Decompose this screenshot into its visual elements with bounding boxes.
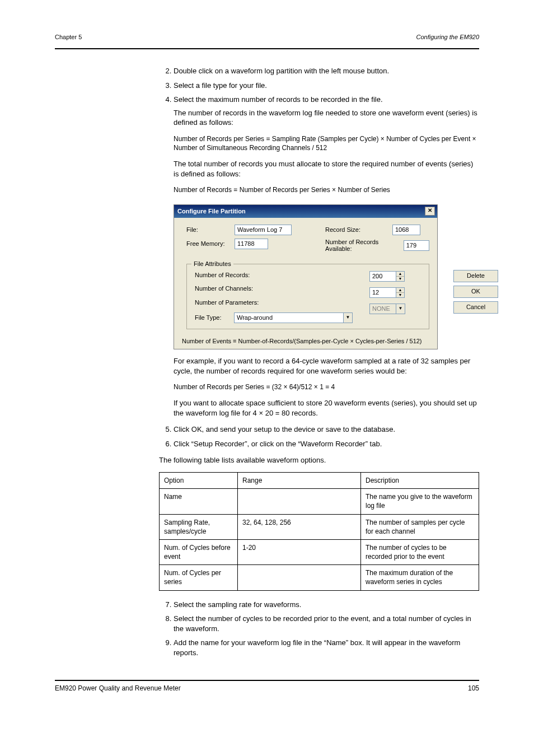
- table-row: Sampling Rate, samples/cycle 32, 64, 128…: [160, 514, 479, 539]
- calc-line: Number of Records per Series = (32 × 64)…: [174, 382, 479, 391]
- number-of-parameters-label: Number of Parameters:: [195, 298, 259, 307]
- step-6: Click “Setup Recorder”, or click on the …: [174, 439, 479, 449]
- dialog-titlebar[interactable]: Configure File Partition ✕: [174, 205, 437, 218]
- chevron-down-icon[interactable]: ▼: [344, 312, 353, 323]
- table-header: Range: [238, 472, 361, 488]
- number-of-channels-value[interactable]: 12: [369, 287, 396, 298]
- step-list-bottom: Select the sampling rate for waveforms. …: [159, 600, 479, 658]
- table-header-row: Option Range Description: [160, 472, 479, 488]
- footer-left: EM920 Power Quality and Revenue Meter: [55, 684, 181, 692]
- step-list-top: Double click on a waveform log partition…: [159, 66, 479, 128]
- number-of-channels-label: Number of Channels:: [195, 284, 253, 293]
- close-icon[interactable]: ✕: [425, 207, 435, 216]
- step-9: Add the name for your waveform log file …: [174, 638, 479, 657]
- step-7: Select the sampling rate for waveforms.: [174, 600, 479, 610]
- example-para-2: If you want to allocate space sufficient…: [174, 398, 479, 418]
- records-available-label: Number of Records Available:: [325, 239, 399, 252]
- chevron-up-icon[interactable]: ▲: [396, 272, 404, 277]
- file-attributes-legend: File Attributes: [191, 260, 233, 268]
- header-right: Configuring the EM920: [416, 34, 479, 40]
- footer-rule: [55, 680, 479, 681]
- para-after-formula1: The total number of records you must all…: [174, 159, 479, 179]
- free-memory-label: Free Memory:: [186, 240, 230, 248]
- file-label: File:: [186, 226, 230, 234]
- record-size-label: Record Size:: [325, 226, 388, 234]
- header-left: Chapter 5: [55, 34, 82, 40]
- number-of-parameters-value: NONE: [369, 304, 396, 314]
- file-field[interactable]: Waveform Log 7: [235, 225, 292, 235]
- table-intro: The following table lists available wave…: [159, 455, 479, 465]
- table-row: Name The name you give to the waveform l…: [160, 489, 479, 514]
- table-row: Num. of Cycles before event 1-20 The num…: [160, 539, 479, 564]
- file-attributes-group: File Attributes Number of Records: Numbe…: [186, 264, 429, 330]
- delete-button[interactable]: Delete: [453, 270, 498, 282]
- formula-2: Number of Records = Number of Records pe…: [174, 185, 479, 194]
- step-5: Click OK, and send your setup to the dev…: [174, 424, 479, 435]
- chevron-down-icon: ▼: [396, 304, 405, 314]
- chevron-down-icon[interactable]: ▼: [396, 277, 404, 281]
- table-header: Option: [160, 472, 238, 488]
- table-row: Num. of Cycles per series The maximum du…: [160, 565, 479, 590]
- ok-button[interactable]: OK: [453, 286, 498, 298]
- step-3: Select a file type for your file.: [174, 81, 479, 91]
- table-header: Description: [361, 472, 479, 488]
- footer-page-number: 105: [468, 684, 479, 692]
- file-type-value: Wrap-around: [234, 312, 344, 323]
- chevron-up-icon[interactable]: ▲: [396, 288, 404, 293]
- formula-1: Number of Records per Series = Sampling …: [174, 134, 479, 152]
- number-of-records-label: Number of Records:: [195, 271, 250, 279]
- step-4-sub: The number of records in the waveform lo…: [174, 108, 479, 128]
- file-type-label: File Type:: [195, 314, 229, 322]
- number-of-parameters-combo: NONE ▼: [369, 304, 405, 314]
- file-type-combo[interactable]: Wrap-around ▼: [234, 312, 353, 323]
- dialog-title: Configure File Partition: [177, 207, 246, 216]
- example-para-1: For example, if you want to record a 64-…: [174, 356, 479, 376]
- record-size-field: 1068: [392, 225, 420, 235]
- chevron-down-icon[interactable]: ▼: [396, 293, 404, 297]
- configure-file-partition-dialog: Configure File Partition ✕ File: Wavefor…: [174, 204, 438, 349]
- dialog-footer-note: Number of Events = Number-of-Records/(Sa…: [174, 335, 437, 349]
- step-4: Select the maximum number of records to …: [174, 95, 479, 128]
- header-rule: [55, 48, 479, 49]
- waveform-options-table: Option Range Description Name The name y…: [159, 472, 479, 591]
- records-available-field: 179: [404, 240, 429, 251]
- step-list-mid: Click OK, and send your setup to the dev…: [159, 424, 479, 449]
- number-of-records-stepper[interactable]: 200 ▲▼: [369, 271, 405, 282]
- step-2: Double click on a waveform log partition…: [174, 66, 479, 76]
- step-8: Select the number of cycles to be record…: [174, 614, 479, 633]
- number-of-channels-stepper[interactable]: 12 ▲▼: [369, 287, 405, 298]
- number-of-records-value[interactable]: 200: [369, 271, 396, 282]
- cancel-button[interactable]: Cancel: [453, 301, 498, 314]
- free-memory-field: 11788: [235, 239, 268, 249]
